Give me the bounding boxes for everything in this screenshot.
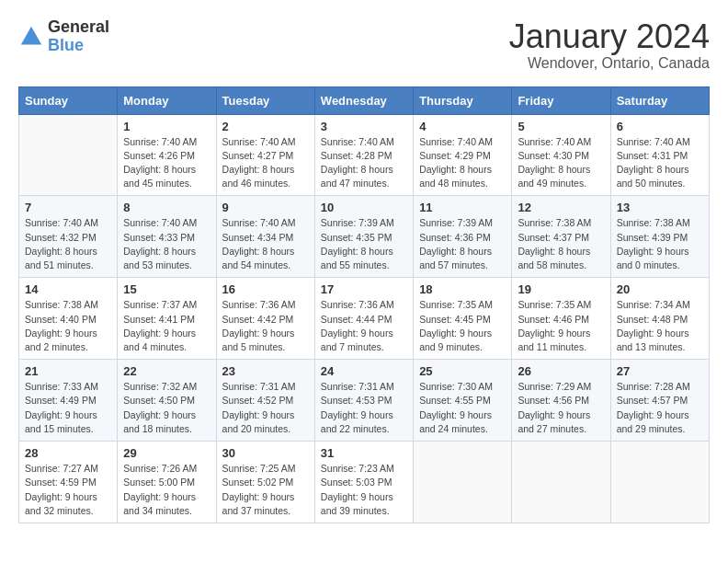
day-number: 18	[419, 282, 506, 296]
calendar-day-cell: 30Sunrise: 7:25 AM Sunset: 5:02 PM Dayli…	[216, 442, 314, 523]
calendar-day-cell: 19Sunrise: 7:35 AM Sunset: 4:46 PM Dayli…	[512, 278, 610, 360]
day-number: 22	[123, 364, 210, 378]
day-info: Sunrise: 7:38 AM Sunset: 4:40 PM Dayligh…	[25, 298, 111, 354]
day-number: 28	[25, 446, 111, 460]
day-info: Sunrise: 7:39 AM Sunset: 4:36 PM Dayligh…	[419, 216, 506, 272]
calendar-day-cell: 23Sunrise: 7:31 AM Sunset: 4:52 PM Dayli…	[216, 360, 314, 442]
day-of-week-header: Thursday	[414, 86, 512, 114]
day-info: Sunrise: 7:28 AM Sunset: 4:57 PM Dayligh…	[617, 380, 703, 436]
calendar-day-cell: 14Sunrise: 7:38 AM Sunset: 4:40 PM Dayli…	[19, 278, 118, 360]
day-number: 16	[222, 282, 309, 296]
day-number: 27	[617, 364, 703, 378]
calendar-day-cell: 3Sunrise: 7:40 AM Sunset: 4:28 PM Daylig…	[314, 114, 413, 196]
calendar-day-cell: 26Sunrise: 7:29 AM Sunset: 4:56 PM Dayli…	[512, 360, 610, 442]
calendar-day-cell: 8Sunrise: 7:40 AM Sunset: 4:33 PM Daylig…	[118, 196, 216, 278]
day-info: Sunrise: 7:25 AM Sunset: 5:02 PM Dayligh…	[222, 462, 309, 518]
calendar-day-cell	[414, 442, 512, 523]
calendar-day-cell: 4Sunrise: 7:40 AM Sunset: 4:29 PM Daylig…	[414, 114, 512, 196]
day-info: Sunrise: 7:23 AM Sunset: 5:03 PM Dayligh…	[321, 462, 407, 518]
calendar-week-row: 7Sunrise: 7:40 AM Sunset: 4:32 PM Daylig…	[19, 196, 710, 278]
day-info: Sunrise: 7:31 AM Sunset: 4:52 PM Dayligh…	[222, 380, 309, 436]
day-number: 12	[518, 201, 604, 214]
day-info: Sunrise: 7:40 AM Sunset: 4:31 PM Dayligh…	[617, 135, 703, 191]
day-number: 2	[222, 120, 309, 133]
day-of-week-header: Monday	[118, 86, 216, 114]
svg-marker-0	[21, 27, 41, 45]
month-title: January 2024	[509, 18, 710, 55]
day-number: 6	[617, 120, 703, 133]
day-info: Sunrise: 7:38 AM Sunset: 4:37 PM Dayligh…	[518, 216, 604, 272]
logo-text: General Blue	[48, 18, 109, 55]
day-info: Sunrise: 7:35 AM Sunset: 4:45 PM Dayligh…	[419, 298, 506, 354]
calendar-day-cell: 2Sunrise: 7:40 AM Sunset: 4:27 PM Daylig…	[216, 114, 314, 196]
calendar-week-row: 21Sunrise: 7:33 AM Sunset: 4:49 PM Dayli…	[19, 360, 710, 442]
day-info: Sunrise: 7:33 AM Sunset: 4:49 PM Dayligh…	[25, 380, 111, 436]
day-info: Sunrise: 7:36 AM Sunset: 4:42 PM Dayligh…	[222, 298, 309, 354]
location-title: Wendover, Ontario, Canada	[509, 55, 710, 72]
day-info: Sunrise: 7:40 AM Sunset: 4:30 PM Dayligh…	[518, 135, 604, 191]
day-info: Sunrise: 7:35 AM Sunset: 4:46 PM Dayligh…	[518, 298, 604, 354]
calendar-day-cell	[512, 442, 610, 523]
day-info: Sunrise: 7:40 AM Sunset: 4:29 PM Dayligh…	[419, 135, 506, 191]
calendar-day-cell: 1Sunrise: 7:40 AM Sunset: 4:26 PM Daylig…	[118, 114, 216, 196]
day-info: Sunrise: 7:40 AM Sunset: 4:34 PM Dayligh…	[222, 216, 309, 272]
day-number: 31	[321, 446, 407, 460]
calendar-table: SundayMondayTuesdayWednesdayThursdayFrid…	[18, 86, 710, 523]
day-info: Sunrise: 7:27 AM Sunset: 4:59 PM Dayligh…	[25, 462, 111, 518]
day-info: Sunrise: 7:39 AM Sunset: 4:35 PM Dayligh…	[321, 216, 407, 272]
day-info: Sunrise: 7:40 AM Sunset: 4:27 PM Dayligh…	[222, 135, 309, 191]
day-info: Sunrise: 7:36 AM Sunset: 4:44 PM Dayligh…	[321, 298, 407, 354]
calendar-day-cell: 29Sunrise: 7:26 AM Sunset: 5:00 PM Dayli…	[118, 442, 216, 523]
calendar-day-cell: 9Sunrise: 7:40 AM Sunset: 4:34 PM Daylig…	[216, 196, 314, 278]
day-number: 30	[222, 446, 309, 460]
title-block: January 2024 Wendover, Ontario, Canada	[509, 18, 710, 72]
calendar-day-cell: 25Sunrise: 7:30 AM Sunset: 4:55 PM Dayli…	[414, 360, 512, 442]
calendar-week-row: 1Sunrise: 7:40 AM Sunset: 4:26 PM Daylig…	[19, 114, 710, 196]
day-info: Sunrise: 7:30 AM Sunset: 4:55 PM Dayligh…	[419, 380, 506, 436]
day-number: 15	[123, 282, 210, 296]
day-info: Sunrise: 7:31 AM Sunset: 4:53 PM Dayligh…	[321, 380, 407, 436]
calendar-day-cell: 10Sunrise: 7:39 AM Sunset: 4:35 PM Dayli…	[314, 196, 413, 278]
day-of-week-header: Sunday	[19, 86, 118, 114]
logo-blue-text: Blue	[48, 37, 109, 55]
calendar-day-cell: 21Sunrise: 7:33 AM Sunset: 4:49 PM Dayli…	[19, 360, 118, 442]
day-number: 9	[222, 201, 309, 214]
day-of-week-header: Friday	[512, 86, 610, 114]
calendar-day-cell: 11Sunrise: 7:39 AM Sunset: 4:36 PM Dayli…	[414, 196, 512, 278]
day-info: Sunrise: 7:40 AM Sunset: 4:32 PM Dayligh…	[25, 216, 111, 272]
calendar-day-cell: 31Sunrise: 7:23 AM Sunset: 5:03 PM Dayli…	[314, 442, 413, 523]
day-info: Sunrise: 7:40 AM Sunset: 4:26 PM Dayligh…	[123, 135, 210, 191]
day-info: Sunrise: 7:32 AM Sunset: 4:50 PM Dayligh…	[123, 380, 210, 436]
day-number: 7	[25, 201, 111, 214]
calendar-day-cell: 5Sunrise: 7:40 AM Sunset: 4:30 PM Daylig…	[512, 114, 610, 196]
calendar-week-row: 28Sunrise: 7:27 AM Sunset: 4:59 PM Dayli…	[19, 442, 710, 523]
day-number: 5	[518, 120, 604, 133]
day-number: 29	[123, 446, 210, 460]
calendar-day-cell: 24Sunrise: 7:31 AM Sunset: 4:53 PM Dayli…	[314, 360, 413, 442]
calendar-week-row: 14Sunrise: 7:38 AM Sunset: 4:40 PM Dayli…	[19, 278, 710, 360]
day-number: 21	[25, 364, 111, 378]
calendar-day-cell: 20Sunrise: 7:34 AM Sunset: 4:48 PM Dayli…	[610, 278, 709, 360]
day-info: Sunrise: 7:37 AM Sunset: 4:41 PM Dayligh…	[123, 298, 210, 354]
day-number: 17	[321, 282, 407, 296]
day-of-week-header: Tuesday	[216, 86, 314, 114]
calendar-day-cell: 17Sunrise: 7:36 AM Sunset: 4:44 PM Dayli…	[314, 278, 413, 360]
day-number: 24	[321, 364, 407, 378]
calendar-day-cell: 12Sunrise: 7:38 AM Sunset: 4:37 PM Dayli…	[512, 196, 610, 278]
day-number: 25	[419, 364, 506, 378]
day-number: 8	[123, 201, 210, 214]
calendar-day-cell: 22Sunrise: 7:32 AM Sunset: 4:50 PM Dayli…	[118, 360, 216, 442]
day-number: 11	[419, 201, 506, 214]
day-number: 13	[617, 201, 703, 214]
calendar-day-cell: 7Sunrise: 7:40 AM Sunset: 4:32 PM Daylig…	[19, 196, 118, 278]
calendar-day-cell: 15Sunrise: 7:37 AM Sunset: 4:41 PM Dayli…	[118, 278, 216, 360]
day-info: Sunrise: 7:34 AM Sunset: 4:48 PM Dayligh…	[617, 298, 703, 354]
day-number: 4	[419, 120, 506, 133]
day-number: 26	[518, 364, 604, 378]
calendar-day-cell: 27Sunrise: 7:28 AM Sunset: 4:57 PM Dayli…	[610, 360, 709, 442]
day-info: Sunrise: 7:29 AM Sunset: 4:56 PM Dayligh…	[518, 380, 604, 436]
day-info: Sunrise: 7:26 AM Sunset: 5:00 PM Dayligh…	[123, 462, 210, 518]
calendar-day-cell: 6Sunrise: 7:40 AM Sunset: 4:31 PM Daylig…	[610, 114, 709, 196]
day-number: 10	[321, 201, 407, 214]
page-header: General Blue January 2024 Wendover, Onta…	[18, 18, 710, 72]
